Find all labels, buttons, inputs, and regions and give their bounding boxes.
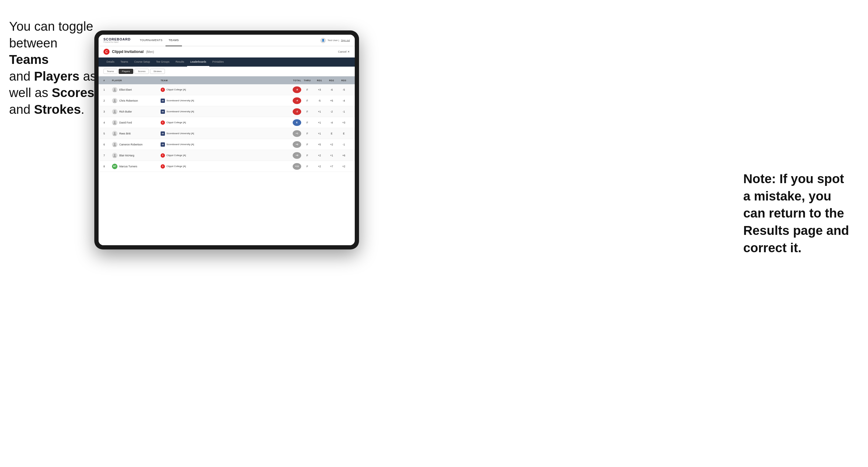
player-cell: David Ford <box>112 120 161 125</box>
signout-link[interactable]: Sign out <box>341 39 350 42</box>
svg-point-1 <box>114 88 116 90</box>
rd1: +1 <box>313 121 326 124</box>
rd3: -1 <box>338 143 350 146</box>
table-row: 4 David Ford C Clippd College [A] E F +1… <box>99 117 355 128</box>
score-badge: +11 <box>293 163 301 170</box>
table-row: 2 Chris Robertson SB Scoreboard Universi… <box>99 95 355 106</box>
col-rd3: RD3 <box>338 79 350 82</box>
player-cell: Elliot Ebert <box>112 87 161 92</box>
col-rank: # <box>103 79 112 82</box>
rd3: E <box>338 132 350 135</box>
team-name: Scoreboard University [A] <box>166 132 194 135</box>
player-name: Rees Britt <box>119 132 130 135</box>
rank: 8 <box>103 165 112 168</box>
tournament-name: Clippd Invitational <box>112 50 144 54</box>
team-name: Clippd College [A] <box>166 121 186 124</box>
total-cell: +11 <box>283 163 301 170</box>
player-name: Elliot Ebert <box>119 88 132 91</box>
tournament-logo: C <box>103 49 110 55</box>
nav-link-tournaments[interactable]: TOURNAMENTS <box>136 35 165 46</box>
toggle-strokes[interactable]: Strokes <box>150 69 165 74</box>
team-cell: SB Scoreboard University [A] <box>161 131 283 136</box>
team-cell: SB Scoreboard University [A] <box>161 110 283 114</box>
table-row: 1 Elliot Ebert C Clippd College [A] -8 F… <box>99 84 355 95</box>
player-name: Rich Butler <box>119 110 132 113</box>
table-row: 7 Blair McHarg C Clippd College [A] +8 F… <box>99 150 355 161</box>
rd3: +2 <box>338 165 350 168</box>
sub-tabs: Details Teams Course Setup Tee Groups Re… <box>99 58 355 67</box>
rd2: +7 <box>326 165 338 168</box>
team-name: Clippd College [A] <box>166 165 186 168</box>
rd2: -2 <box>326 110 338 113</box>
tournament-header: C Clippd Invitational (Men) Cancel ✕ <box>99 46 355 58</box>
top-nav: SCOREBOARD Powered by clippd TOURNAMENTS… <box>99 35 355 46</box>
tab-leaderboards[interactable]: Leaderboards <box>187 58 209 67</box>
player-cell: Rees Britt <box>112 131 161 136</box>
table-row: 8 MT Marcus Turners C Clippd College [A]… <box>99 161 355 172</box>
team-cell: C Clippd College [A] <box>161 164 283 168</box>
score-badge: -8 <box>293 86 301 93</box>
rank: 1 <box>103 88 112 91</box>
cancel-button[interactable]: Cancel ✕ <box>338 50 350 53</box>
nav-links: TOURNAMENTS TEAMS <box>136 35 320 46</box>
toggle-teams[interactable]: Teams <box>103 69 118 74</box>
total-cell: +8 <box>283 152 301 159</box>
total-cell: -4 <box>283 97 301 104</box>
rd2: +2 <box>326 143 338 146</box>
player-name: Blair McHarg <box>119 154 134 157</box>
svg-point-6 <box>114 143 116 145</box>
score-badge: +1 <box>293 130 301 137</box>
toggle-bar: Teams Players Scores Strokes <box>99 67 355 76</box>
rd1: +2 <box>313 154 326 157</box>
nav-right: 👤 Test User | Sign out <box>320 38 350 43</box>
tab-printables[interactable]: Printables <box>209 58 227 67</box>
tournament-title: C Clippd Invitational (Men) <box>103 49 154 55</box>
player-cell: Rich Butler <box>112 109 161 115</box>
team-logo: C <box>161 121 165 125</box>
avatar <box>112 153 118 158</box>
user-icon: 👤 <box>320 38 326 43</box>
team-logo: C <box>161 88 165 92</box>
score-badge: +8 <box>293 152 301 159</box>
team-name: Clippd College [A] <box>166 154 186 157</box>
toggle-players[interactable]: Players <box>119 69 133 74</box>
toggle-scores[interactable]: Scores <box>134 69 149 74</box>
rd2: +5 <box>326 99 338 102</box>
rd1: +2 <box>313 165 326 168</box>
svg-point-2 <box>114 99 116 101</box>
rank: 7 <box>103 154 112 157</box>
tablet-frame: SCOREBOARD Powered by clippd TOURNAMENTS… <box>94 30 359 249</box>
col-total: TOTAL <box>283 79 301 82</box>
col-team: TEAM <box>161 79 283 82</box>
rd3: -4 <box>338 99 350 102</box>
nav-link-teams[interactable]: TEAMS <box>165 35 182 46</box>
col-player: PLAYER <box>112 79 161 82</box>
team-logo: C <box>161 164 165 168</box>
tab-teams[interactable]: Teams <box>118 58 131 67</box>
rank: 5 <box>103 132 112 135</box>
col-thru: THRU <box>301 79 313 82</box>
tab-course-setup[interactable]: Course Setup <box>131 58 153 67</box>
team-logo: SB <box>161 99 165 103</box>
rd1: +1 <box>313 110 326 113</box>
team-name: Scoreboard University [A] <box>166 99 194 102</box>
player-name: Cameron Robertson <box>119 143 143 146</box>
svg-point-7 <box>114 154 116 156</box>
tab-tee-groups[interactable]: Tee Groups <box>153 58 173 67</box>
team-logo: C <box>161 153 165 158</box>
rd1: +1 <box>313 132 326 135</box>
tab-details[interactable]: Details <box>103 58 118 67</box>
player-name: Chris Robertson <box>119 99 138 102</box>
tab-results[interactable]: Results <box>173 58 187 67</box>
thru: F <box>301 154 313 157</box>
team-cell: SB Scoreboard University [A] <box>161 99 283 103</box>
avatar <box>112 109 118 115</box>
score-badge: -4 <box>293 97 301 104</box>
player-name: David Ford <box>119 121 132 124</box>
tournament-gender: (Men) <box>146 50 154 54</box>
thru: F <box>301 165 313 168</box>
svg-point-4 <box>114 121 116 123</box>
svg-point-3 <box>114 110 116 112</box>
thru: F <box>301 110 313 113</box>
rd1: +3 <box>313 88 326 91</box>
